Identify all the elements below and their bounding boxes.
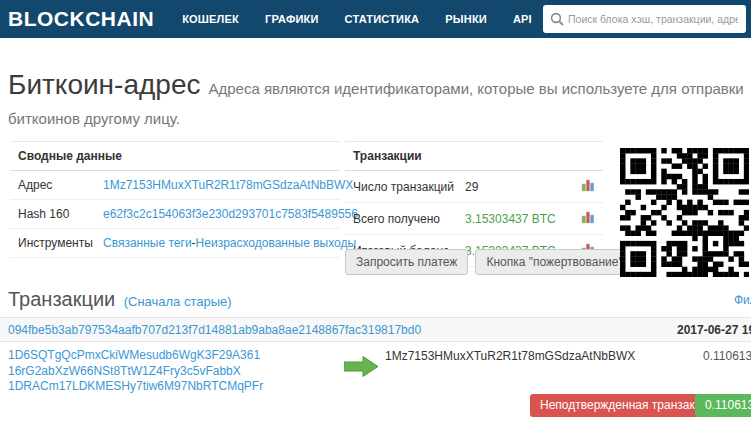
- nav-item-stats[interactable]: СТАТИСТИКА: [345, 13, 420, 25]
- related-tags-link[interactable]: Связанные теги: [103, 236, 192, 250]
- nav-item-api[interactable]: API: [513, 13, 532, 25]
- sort-oldest-first-link[interactable]: (Сначала старые): [124, 294, 232, 309]
- filter-link[interactable]: Фильтр: [734, 293, 751, 307]
- address-link[interactable]: 1Mz7153HMuxXTuR2R1t78mGSdzaAtNbBWX: [103, 178, 353, 192]
- action-buttons: Запросить платеж Кнопка "пожертвование": [345, 249, 634, 275]
- input-address-link[interactable]: 16rG2abXzW66NSt8TtW1Z4Fry3c5vFabbX: [8, 364, 263, 380]
- transaction-hash-link[interactable]: 094fbe5b3ab797534aafb707d213f7d14881ab9a…: [8, 323, 421, 337]
- tx-count-value: 29: [465, 180, 478, 194]
- arrow-right-icon: [344, 356, 379, 381]
- table-row: Адрес 1Mz7153HMuxXTuR2R1t78mGSdzaAtNbBWX: [10, 171, 340, 200]
- total-received-value: 3.15303437 BTC: [465, 212, 556, 226]
- output-address: 1Mz7153HMuxXTuR2R1t78mGSdzaAtNbBWX: [385, 349, 635, 363]
- input-address-link[interactable]: 1D6SQTgQcPmxCkiWMesudb6WgK3F29A361: [8, 348, 263, 364]
- search-box[interactable]: [543, 5, 746, 33]
- summary-header: Сводные данные: [10, 141, 340, 171]
- tx-count-label: Число транзакций: [353, 180, 465, 194]
- hash160-link[interactable]: e62f3c2c154063f3e230d293701c7583f5489556: [103, 207, 358, 221]
- transaction-hash-row: 094fbe5b3ab797534aafb707d213f7d14881ab9a…: [0, 317, 751, 342]
- transaction-amount-badge[interactable]: 0.11061372: [695, 394, 751, 417]
- summary-panel: Сводные данные Адрес 1Mz7153HMuxXTuR2R1t…: [10, 141, 340, 258]
- nav-item-charts[interactable]: ГРАФИКИ: [265, 13, 319, 25]
- transactions-title: Транзакции: [8, 288, 115, 310]
- bar-chart-icon[interactable]: [581, 210, 595, 227]
- transactions-panel-header: Транзакции: [345, 141, 603, 171]
- blockchain-logo[interactable]: BLOCKCHAIN: [8, 7, 154, 31]
- search-input[interactable]: [568, 13, 738, 25]
- bar-chart-icon[interactable]: [581, 178, 595, 195]
- transaction-inputs: 1D6SQTgQcPmxCkiWMesudb6WgK3F29A361 16rG2…: [8, 348, 263, 395]
- top-navbar: BLOCKCHAIN КОШЕЛЕК ГРАФИКИ СТАТИСТИКА РЫ…: [0, 0, 751, 38]
- nav-item-markets[interactable]: РЫНКИ: [445, 13, 487, 25]
- table-row: Инструменты Связанные теги - Неизрасходо…: [10, 229, 340, 258]
- main-menu: КОШЕЛЕК ГРАФИКИ СТАТИСТИКА РЫНКИ API: [182, 13, 532, 25]
- output-amount: 0.11061372: [703, 349, 751, 363]
- tools-label: Инструменты: [18, 236, 103, 250]
- unspent-outputs-link[interactable]: Неизрасходованные выходы: [196, 236, 357, 250]
- transaction-date: 2017-06-27 19:: [677, 323, 751, 337]
- page-intro: Биткоин-адресАдреса являются идентификат…: [8, 70, 748, 134]
- donation-button[interactable]: Кнопка "пожертвование": [475, 249, 633, 275]
- hash160-label: Hash 160: [18, 207, 103, 221]
- request-payment-button[interactable]: Запросить платеж: [345, 249, 468, 275]
- total-received-label: Всего получено: [353, 212, 465, 226]
- input-address-link[interactable]: 1DRACm17LDKMESHy7tiw6M97NbRTCMqPFr: [8, 379, 263, 395]
- address-label: Адрес: [18, 178, 103, 192]
- search-icon: [550, 12, 564, 26]
- transactions-section-header: Транзакции (Сначала старые): [8, 288, 232, 311]
- table-row: Всего получено 3.15303437 BTC: [345, 203, 603, 235]
- table-row: Hash 160 e62f3c2c154063f3e230d293701c758…: [10, 200, 340, 229]
- qr-code: [620, 148, 749, 277]
- nav-item-wallet[interactable]: КОШЕЛЕК: [182, 13, 239, 25]
- table-row: Число транзакций 29: [345, 171, 603, 203]
- page-title: Биткоин-адрес: [8, 69, 200, 100]
